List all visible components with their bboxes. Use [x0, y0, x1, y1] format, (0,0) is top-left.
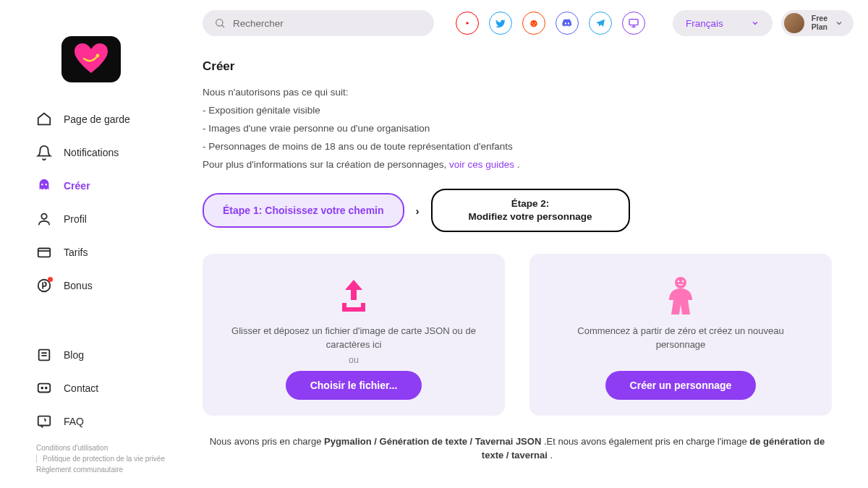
faq-icon: [36, 414, 52, 429]
sidebar-item-blog[interactable]: Blog: [36, 340, 181, 370]
chevron-down-icon: [751, 19, 760, 27]
choice-cards: Glisser et déposez un fichier d'image de…: [203, 254, 832, 416]
page-title: Créer: [203, 59, 832, 74]
nav-label: Tarifs: [64, 247, 88, 258]
sidebar-item-bonus[interactable]: Bonus: [36, 270, 181, 301]
discord-link[interactable]: [556, 12, 579, 35]
search-icon: [214, 17, 226, 29]
reddit-icon: [528, 17, 540, 29]
stream-link[interactable]: [622, 12, 645, 35]
nav-label: Créer: [64, 180, 90, 192]
card-icon: [36, 244, 52, 260]
step-2-tab[interactable]: Étape 2: Modifiez votre personnage: [431, 189, 630, 232]
supported-formats: Nous avons pris en charge Pygmalion / Gé…: [203, 435, 832, 463]
bonus-icon: [36, 278, 52, 294]
rule-item: - Exposition génitale visible: [203, 102, 832, 120]
more-info: Pour plus d'informations sur la création…: [203, 156, 832, 174]
svg-point-0: [96, 54, 100, 58]
step-1-tab[interactable]: Étape 1: Choisissez votre chemin: [203, 193, 404, 228]
sidebar: Page de garde Notifications Créer Profil…: [0, 0, 181, 488]
chevron-right-icon: ›: [413, 205, 422, 217]
community-link[interactable]: Règlement communautaire: [36, 466, 123, 474]
guides-link[interactable]: voir ces guides: [449, 159, 514, 170]
reddit-link[interactable]: [522, 12, 545, 35]
rules-block: Nous n'autorisons pas ce qui suit: - Exp…: [203, 84, 832, 174]
sidebar-item-pricing[interactable]: Tarifs: [36, 237, 181, 267]
svg-point-2: [46, 184, 47, 185]
terms-link[interactable]: Conditions d'utilisation: [36, 444, 108, 452]
youtube-icon: [461, 17, 473, 29]
sidebar-item-notifications[interactable]: Notifications: [36, 137, 181, 168]
svg-point-9: [46, 388, 47, 389]
nav-label: Blog: [64, 349, 84, 361]
footer-links: Conditions d'utilisation Politique de pr…: [36, 444, 181, 474]
discord-icon: [561, 17, 573, 29]
create-character-button[interactable]: Créer un personnage: [605, 371, 757, 400]
telegram-icon: [595, 17, 606, 29]
svg-point-16: [675, 277, 686, 288]
bell-icon: [36, 145, 52, 160]
profile-icon: [36, 211, 52, 227]
search-placeholder: Rechercher: [233, 18, 284, 29]
create-card: Commencez à partir de zéro et créez un n…: [529, 254, 832, 416]
heart-icon: [73, 43, 109, 75]
blog-icon: [36, 347, 52, 363]
account-plan[interactable]: Free Plan: [781, 10, 854, 36]
sidebar-item-profile[interactable]: Profil: [36, 204, 181, 234]
rules-intro: Nous n'autorisons pas ce qui suit:: [203, 84, 832, 102]
sidebar-item-faq[interactable]: FAQ: [36, 406, 181, 437]
svg-point-12: [530, 20, 537, 27]
home-icon: [36, 111, 52, 127]
sidebar-item-contact[interactable]: Contact: [36, 373, 181, 403]
language-label: Français: [686, 18, 723, 29]
svg-point-14: [535, 22, 536, 24]
step-tabs: Étape 1: Choisissez votre chemin › Étape…: [203, 189, 832, 232]
telegram-link[interactable]: [589, 12, 612, 35]
primary-nav: Page de garde Notifications Créer Profil…: [36, 104, 181, 301]
topbar: Rechercher Français Free Plan: [181, 0, 854, 46]
plan-label: Free Plan: [812, 14, 827, 31]
choose-file-button[interactable]: Choisir le fichier...: [286, 371, 422, 400]
rule-item: - Images d'une vraie personne ou d'une o…: [203, 120, 832, 138]
rule-item: - Personnages de moins de 18 ans ou de t…: [203, 138, 832, 156]
svg-point-3: [41, 213, 46, 218]
sidebar-item-home[interactable]: Page de garde: [36, 104, 181, 134]
svg-rect-7: [38, 384, 51, 393]
app-logo[interactable]: [61, 36, 121, 82]
svg-point-1: [41, 184, 43, 185]
upload-text: Glisser et déposez un fichier d'image de…: [231, 325, 476, 352]
svg-point-17: [678, 281, 679, 282]
main-area: Rechercher Français Free Plan Créer Nous…: [181, 0, 868, 488]
svg-point-18: [682, 281, 684, 282]
twitter-icon: [495, 17, 506, 29]
content: Créer Nous n'autorisons pas ce qui suit:…: [181, 46, 854, 463]
svg-rect-10: [38, 416, 51, 426]
youtube-link[interactable]: [456, 12, 479, 35]
search-input[interactable]: Rechercher: [203, 10, 434, 36]
privacy-link[interactable]: Politique de protection de la vie privée: [36, 455, 165, 463]
nav-label: Page de garde: [64, 114, 130, 125]
svg-rect-4: [38, 248, 51, 257]
chevron-down-icon: [835, 19, 843, 27]
ghost-icon: [36, 178, 52, 194]
sidebar-item-create[interactable]: Créer: [36, 171, 181, 201]
create-text: Commencez à partir de zéro et créez un n…: [558, 325, 803, 352]
nav-label: Notifications: [64, 147, 119, 158]
svg-rect-15: [629, 20, 638, 25]
nav-label: Bonus: [64, 280, 93, 291]
twitter-link[interactable]: [489, 12, 512, 35]
upload-card[interactable]: Glisser et déposez un fichier d'image de…: [203, 254, 505, 416]
svg-point-13: [532, 22, 533, 24]
or-text: ou: [349, 355, 359, 365]
language-selector[interactable]: Français: [673, 10, 773, 36]
monitor-icon: [628, 17, 639, 29]
svg-point-8: [41, 388, 43, 389]
avatar: [784, 13, 804, 33]
person-icon: [659, 274, 702, 317]
svg-point-11: [216, 20, 223, 26]
secondary-nav: Blog Contact FAQ: [36, 340, 181, 437]
nav-label: FAQ: [64, 416, 84, 427]
nav-label: Profil: [64, 213, 87, 225]
social-links: [456, 12, 645, 35]
chat-icon: [36, 380, 52, 396]
